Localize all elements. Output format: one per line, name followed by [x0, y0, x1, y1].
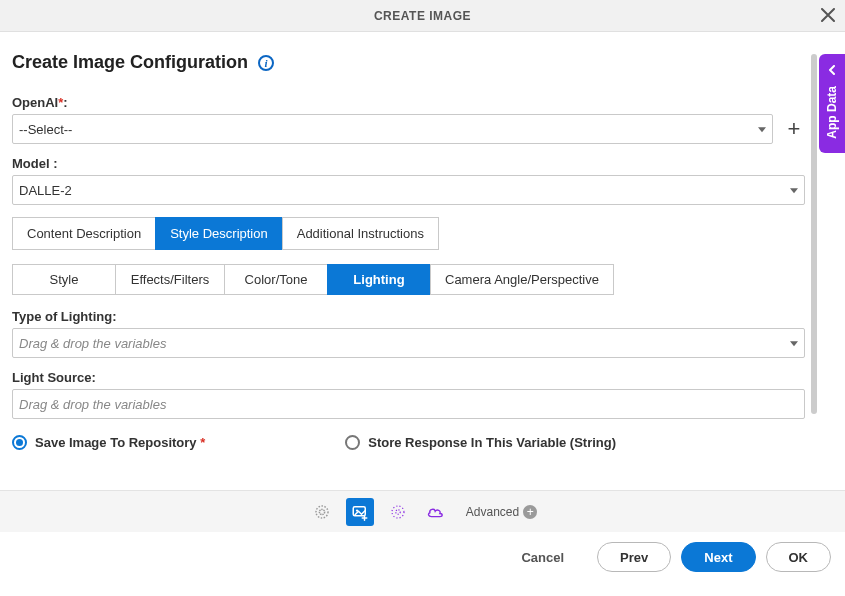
cancel-button[interactable]: Cancel	[498, 542, 587, 572]
tab-additional-instructions[interactable]: Additional Instructions	[282, 217, 439, 250]
output-mode-radios: Save Image To Repository * Store Respons…	[12, 435, 805, 450]
subtab-effects-label: Effects/Filters	[131, 272, 210, 287]
label-type-of-lighting: Type of Lighting:	[12, 309, 805, 324]
next-button[interactable]: Next	[681, 542, 755, 572]
field-light-source: Light Source: Drag & drop the variables	[12, 370, 805, 419]
next-button-label: Next	[704, 550, 732, 565]
radio-save-repo-star: *	[200, 435, 205, 450]
label-openai: OpenAI*:	[12, 95, 805, 110]
dialog-content: Create Image Configuration i OpenAI*: --…	[0, 32, 845, 472]
label-model: Model :	[12, 156, 805, 171]
select-openai-value: --Select--	[19, 122, 72, 137]
main-tabs: Content Description Style Description Ad…	[12, 217, 805, 250]
select-openai[interactable]: --Select--	[12, 114, 773, 144]
ok-button-label: OK	[789, 550, 809, 565]
dialog-footer: Cancel Prev Next OK	[0, 532, 845, 582]
advanced-toggle[interactable]: Advanced +	[466, 505, 537, 519]
dialog-titlebar: CREATE IMAGE	[0, 0, 845, 32]
svg-point-5	[396, 509, 401, 514]
subtab-color-tone[interactable]: Color/Tone	[224, 264, 328, 295]
radio-store-var-label: Store Response In This Variable (String)	[368, 435, 616, 450]
field-type-of-lighting: Type of Lighting: Drag & drop the variab…	[12, 309, 805, 358]
label-openai-text: OpenAI	[12, 95, 58, 110]
radio-save-repo-label: Save Image To Repository	[35, 435, 197, 450]
page-title: Create Image Configuration	[12, 52, 248, 73]
select-model-value: DALLE-2	[19, 183, 72, 198]
image-add-icon[interactable]	[346, 498, 374, 526]
field-openai: OpenAI*: --Select-- +	[12, 95, 805, 144]
cancel-button-label: Cancel	[521, 550, 564, 565]
advanced-label: Advanced	[466, 505, 519, 519]
info-icon[interactable]: i	[258, 55, 274, 71]
sub-tabs: Style Effects/Filters Color/Tone Lightin…	[12, 264, 805, 295]
prev-button[interactable]: Prev	[597, 542, 671, 572]
subtab-lighting-label: Lighting	[353, 272, 404, 287]
page-heading: Create Image Configuration i	[12, 52, 805, 73]
gear-icon[interactable]	[308, 498, 336, 526]
dialog-title: CREATE IMAGE	[374, 9, 471, 23]
tab-additional-instructions-label: Additional Instructions	[297, 226, 424, 241]
svg-point-1	[316, 506, 328, 518]
tab-style-description[interactable]: Style Description	[155, 217, 283, 250]
tab-style-description-label: Style Description	[170, 226, 268, 241]
prev-button-label: Prev	[620, 550, 648, 565]
radio-save-repo[interactable]: Save Image To Repository *	[12, 435, 205, 450]
radio-store-var-circle	[345, 435, 360, 450]
close-icon[interactable]	[821, 7, 835, 25]
ok-button[interactable]: OK	[766, 542, 832, 572]
radio-store-var[interactable]: Store Response In This Variable (String)	[345, 435, 616, 450]
input-type-of-lighting-placeholder: Drag & drop the variables	[19, 336, 166, 351]
subtab-style-label: Style	[50, 272, 79, 287]
input-type-of-lighting[interactable]: Drag & drop the variables	[12, 328, 805, 358]
plus-circle-icon: +	[523, 505, 537, 519]
subtab-camera[interactable]: Camera Angle/Perspective	[430, 264, 614, 295]
tab-content-description[interactable]: Content Description	[12, 217, 156, 250]
label-openai-colon: :	[63, 95, 67, 110]
subtab-lighting[interactable]: Lighting	[327, 264, 431, 295]
label-light-source: Light Source:	[12, 370, 805, 385]
process-toolbar: Advanced +	[0, 490, 845, 532]
radio-save-repo-circle	[12, 435, 27, 450]
dotted-gear-icon[interactable]	[384, 498, 412, 526]
tab-content-description-label: Content Description	[27, 226, 141, 241]
input-light-source-placeholder: Drag & drop the variables	[19, 397, 166, 412]
add-openai-button[interactable]: +	[783, 118, 805, 140]
svg-point-0	[319, 509, 324, 514]
subtab-color-tone-label: Color/Tone	[245, 272, 308, 287]
field-model: Model : DALLE-2	[12, 156, 805, 205]
subtab-effects[interactable]: Effects/Filters	[115, 264, 225, 295]
svg-point-4	[392, 506, 404, 518]
input-light-source[interactable]: Drag & drop the variables	[12, 389, 805, 419]
subtab-camera-label: Camera Angle/Perspective	[445, 272, 599, 287]
select-model[interactable]: DALLE-2	[12, 175, 805, 205]
subtab-style[interactable]: Style	[12, 264, 116, 295]
cloud-gear-icon[interactable]	[422, 498, 450, 526]
